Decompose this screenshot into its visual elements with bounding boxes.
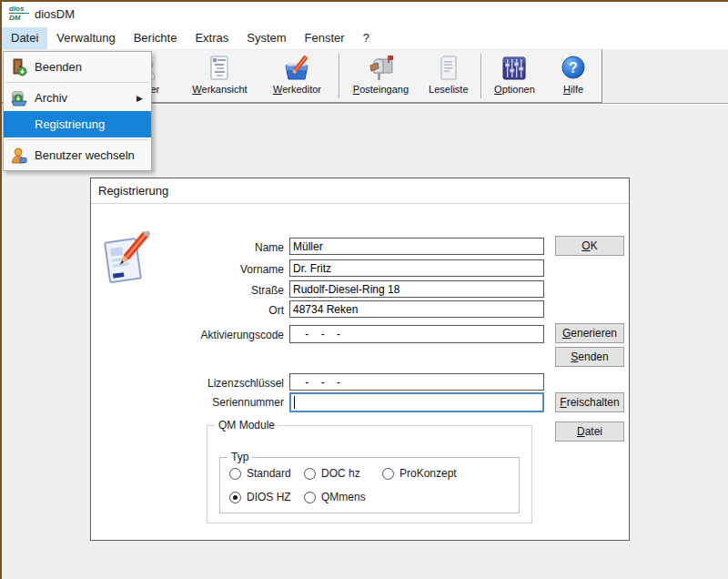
aktivierungscode-field[interactable]	[289, 325, 544, 343]
menu-item-archiv[interactable]: Archiv ▶	[4, 85, 151, 111]
menubar-item-verwaltung[interactable]: Verwaltung	[47, 27, 124, 49]
title-bar: dios DM diosDM	[2, 2, 728, 27]
menubar-item-extras[interactable]: Extras	[186, 27, 238, 49]
toolbar-label-hilfe: Hilfe	[563, 84, 583, 95]
menu-item-beenden[interactable]: Beenden	[4, 54, 151, 80]
qm-module-groupbox: QM Module Typ Standard DOC hz ProKonzept	[207, 425, 532, 523]
archive-icon	[4, 89, 35, 107]
menu-bar: Datei Verwaltung Berichte Extras System …	[2, 27, 728, 49]
menu-item-label: Beenden	[35, 60, 151, 74]
options-mixer-icon	[500, 55, 528, 82]
submenu-arrow-icon: ▶	[136, 94, 151, 103]
user-switch-icon	[4, 147, 35, 165]
name-field[interactable]	[289, 238, 544, 255]
toolbar-button-optionen[interactable]: Optionen	[484, 50, 546, 102]
radio-prokonzept[interactable]: ProKonzept	[382, 467, 457, 480]
menu-separator	[5, 139, 149, 140]
radio-label: ProKonzept	[399, 467, 457, 480]
dialog-title: Registrierung	[91, 178, 629, 204]
strasse-field[interactable]	[289, 280, 544, 298]
freischalten-button[interactable]: Freischalten	[555, 392, 624, 412]
radio-circle-icon	[304, 492, 316, 503]
seriennummer-field[interactable]	[289, 392, 544, 412]
field-label-aktivierungscode: Aktivierungscode	[91, 329, 284, 341]
svg-text:?: ?	[569, 60, 578, 76]
menu-item-label: Benutzer wechseln	[35, 148, 151, 162]
radio-doc-hz[interactable]: DOC hz	[304, 467, 360, 480]
file-menu: Beenden Archiv ▶ Registrierung	[3, 51, 152, 171]
menu-item-label: Registrierung	[35, 117, 151, 131]
datei-button[interactable]: Datei	[555, 422, 624, 442]
document-view-icon	[206, 55, 233, 82]
toolbar-label-posteingang: Posteingang	[353, 84, 409, 95]
menubar-item-berichte[interactable]: Berichte	[125, 27, 187, 49]
toolbar-label-optionen: Optionen	[494, 84, 535, 95]
menu-item-benutzer-wechseln[interactable]: Benutzer wechseln	[4, 142, 151, 168]
vorname-field[interactable]	[289, 259, 544, 277]
registration-dialog: Registrierung	[90, 178, 630, 541]
app-logo-icon: dios DM	[9, 5, 29, 25]
application-window: dios DM diosDM Datei Verwaltung Berichte…	[0, 0, 728, 579]
ort-field[interactable]	[289, 300, 544, 318]
toolbar-button-werkansicht[interactable]: Werkansicht	[181, 50, 258, 102]
typ-title: Typ	[228, 451, 252, 463]
menu-separator	[5, 82, 149, 83]
radio-label: DOC hz	[321, 467, 360, 480]
qm-module-title: QM Module	[215, 419, 278, 432]
editor-pen-icon	[283, 55, 310, 82]
radio-circle-icon	[229, 492, 241, 503]
radio-qmmens[interactable]: QMmens	[304, 491, 366, 503]
toolbar-label-leseliste: Leseliste	[429, 84, 468, 95]
field-label-lizenzschluessel: Lizenzschlüssel	[91, 377, 284, 390]
field-label-seriennummer: Seriennummer	[91, 396, 284, 409]
menu-item-label: Archiv	[35, 91, 136, 105]
menubar-item-fenster[interactable]: Fenster	[296, 27, 354, 49]
radio-label: QMmens	[321, 491, 366, 503]
senden-button[interactable]: Senden	[555, 347, 624, 367]
menubar-item-datei[interactable]: Datei	[2, 27, 47, 49]
text-caret	[294, 396, 295, 409]
generieren-button[interactable]: Generieren	[555, 323, 624, 343]
toolbar-label-werkansicht: Werkansicht	[192, 84, 247, 95]
toolbar-button-posteingang[interactable]: Posteingang	[342, 50, 420, 102]
field-label-vorname: Vorname	[91, 263, 284, 276]
lizenzschluessel-field[interactable]	[289, 373, 544, 391]
radio-label: Standard	[247, 467, 291, 480]
toolbar-separator	[339, 54, 339, 98]
radio-circle-icon	[304, 468, 316, 480]
toolbar-button-werkeditor[interactable]: Werkeditor	[258, 50, 336, 102]
toolbar-button-hilfe[interactable]: ? Hilfe	[545, 50, 602, 102]
menubar-item-help[interactable]: ?	[354, 27, 379, 49]
toolbar-button-leseliste[interactable]: Leseliste	[420, 50, 478, 102]
menubar-item-system[interactable]: System	[238, 27, 295, 49]
menu-item-registrierung[interactable]: Registrierung	[4, 111, 151, 137]
mailbox-icon	[367, 55, 394, 82]
ok-button[interactable]: OK	[555, 236, 624, 256]
app-logo-text-bottom: DM	[9, 14, 29, 22]
typ-groupbox: Typ Standard DOC hz ProKonzept	[219, 457, 520, 513]
radio-label: DIOS HZ	[247, 491, 291, 503]
toolbar-separator	[480, 54, 481, 98]
reading-list-icon	[435, 55, 462, 82]
dialog-body: Name Vorname Straße Ort Aktivierungscode…	[91, 204, 629, 539]
radio-standard[interactable]: Standard	[229, 467, 291, 480]
toolbar-label-werkeditor: Werkeditor	[273, 84, 321, 95]
field-label-name: Name	[91, 241, 284, 254]
field-label-ort: Ort	[91, 304, 284, 317]
radio-circle-icon	[382, 468, 394, 480]
window-title: diosDM	[35, 2, 75, 27]
help-icon: ?	[560, 55, 587, 82]
radio-dios-hz[interactable]: DIOS HZ	[229, 491, 291, 503]
exit-door-icon	[4, 58, 35, 76]
app-logo-text-top: dios	[9, 5, 29, 14]
field-label-strasse: Straße	[91, 284, 284, 297]
radio-circle-icon	[229, 468, 241, 480]
